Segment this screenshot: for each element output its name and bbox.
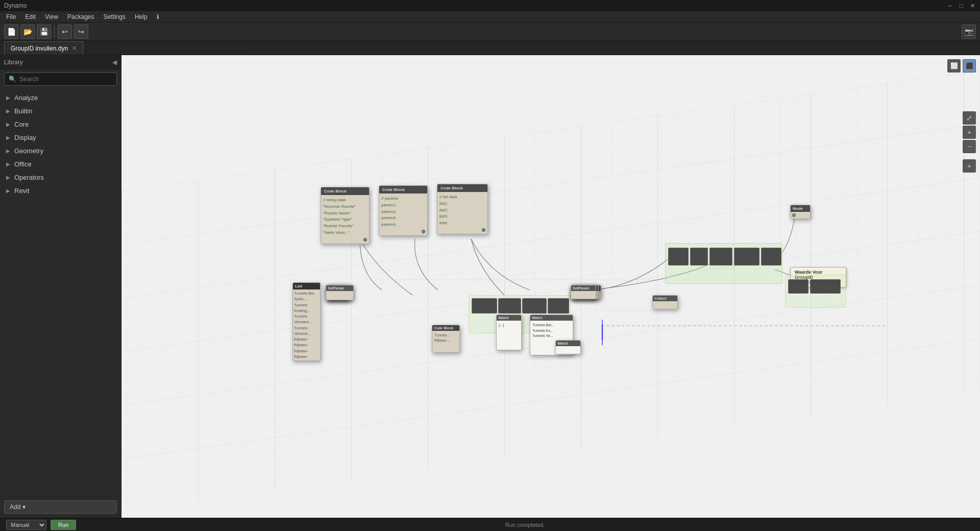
node-body: // string data "Nummer Ruimte" "Ruimte N…: [321, 195, 369, 244]
run-mode-select[interactable]: ManualAutomaticPeriodic: [6, 520, 46, 530]
node-body: Tunnels Bel...Tunnels Ko...Tunnels Ve...: [530, 321, 573, 341]
output-port: [422, 230, 425, 233]
output-port: [363, 238, 367, 242]
library-nav: ▶Analyze▶Builtin▶Core▶Display▶Geometry▶O…: [0, 89, 121, 496]
zoom-out-button[interactable]: −: [963, 140, 976, 153]
node-r4[interactable]: SetParam: [571, 285, 596, 299]
node-header: Code Block: [379, 186, 427, 194]
node-rr1[interactable]: Collect: [652, 295, 678, 309]
node-watch-1[interactable]: Watch {...}: [496, 315, 522, 350]
output-port: [482, 228, 485, 232]
node-watch-right[interactable]: Watch: [555, 340, 581, 354]
menu-item-packages[interactable]: Packages: [63, 12, 99, 21]
node-group-right[interactable]: [785, 275, 846, 308]
node-body: Tunnels ...Rijbaan ...: [432, 331, 459, 345]
open-button[interactable]: 📂: [20, 25, 35, 39]
status-text: Run completed.: [505, 522, 545, 528]
node-body: {...}: [497, 321, 521, 330]
main-area: Library ◀ 🔍 ▶Analyze▶Builtin▶Core▶Displa…: [0, 55, 980, 518]
sidebar-item-label: Builtin: [14, 107, 32, 115]
add-label: Add: [10, 503, 20, 511]
sidebar-item-analyze[interactable]: ▶Analyze: [0, 91, 121, 104]
run-area: ManualAutomaticPeriodic Run: [6, 520, 76, 530]
canvas-grid-svg: [121, 55, 980, 518]
menu-item-file[interactable]: File: [2, 12, 20, 21]
node-header: List: [293, 283, 320, 289]
statusbar: ManualAutomaticPeriodic Run Run complete…: [0, 518, 980, 531]
sidebar-item-revit[interactable]: ▶Revit: [0, 184, 121, 197]
node-group-top[interactable]: [665, 243, 782, 284]
sidebar-item-builtin[interactable]: ▶Builtin: [0, 104, 121, 117]
view-2d-button[interactable]: ⬜: [947, 59, 961, 73]
save-button[interactable]: 💾: [37, 25, 51, 39]
chevron-right-icon: ▶: [6, 161, 11, 167]
node-p4[interactable]: SetParam: [326, 285, 354, 300]
tabbar: GroupID invullen.dyn ✕: [0, 41, 980, 55]
menu-item-help[interactable]: Help: [131, 12, 152, 21]
library-title: Library: [4, 59, 23, 66]
toolbar-separator: [54, 26, 55, 38]
canvas[interactable]: Code Block // string data "Nummer Ruimte…: [121, 55, 980, 518]
sidebar-item-label: Office: [14, 160, 32, 168]
undo-button[interactable]: ↩: [58, 25, 72, 39]
maximize-button[interactable]: □: [958, 2, 965, 9]
menu-item-ℹ[interactable]: ℹ: [153, 12, 163, 21]
new-button[interactable]: 📄: [4, 25, 18, 39]
node-header: Code Block: [321, 187, 369, 195]
run-button[interactable]: Run: [51, 520, 76, 530]
sidebar-item-label: Display: [14, 134, 36, 141]
sidebar-item-label: Core: [14, 120, 29, 128]
node-header: Watch: [556, 341, 580, 346]
search-icon: 🔍: [9, 76, 16, 83]
view-3d-button[interactable]: ⬛: [963, 59, 976, 73]
close-button[interactable]: ✕: [969, 2, 976, 9]
sidebar-item-geometry[interactable]: ▶Geometry: [0, 144, 121, 157]
node-body: // params param1; param2; param3; param4…: [379, 194, 427, 235]
sidebar-item-label: Operators: [14, 174, 44, 181]
node-code-block-3[interactable]: Code Block // list data list1; list2; li…: [437, 184, 488, 234]
search-box[interactable]: 🔍: [4, 73, 117, 86]
more-options-button[interactable]: +: [963, 159, 976, 173]
chevron-right-icon: ▶: [6, 122, 11, 127]
node-header: Code Block: [432, 325, 459, 331]
node-header: Watch: [530, 315, 573, 321]
menubar: FileEditViewPackagesSettingsHelpℹ: [0, 11, 980, 22]
library-collapse-button[interactable]: ◀: [112, 59, 117, 66]
node-body: // list data list1; list2; list3; list4;: [437, 192, 487, 234]
sidebar-item-core[interactable]: ▶Core: [0, 117, 121, 131]
fit-view-button[interactable]: ⤢: [963, 111, 976, 125]
node-small-1[interactable]: Node: [790, 205, 811, 219]
menu-item-settings[interactable]: Settings: [100, 12, 130, 21]
zoom-in-button[interactable]: +: [963, 126, 976, 139]
redo-button[interactable]: ↪: [74, 25, 88, 39]
library-header: Library ◀: [0, 55, 121, 69]
add-arrow-icon: ▾: [22, 503, 26, 511]
canvas-toolbar: ⬜ ⬛: [947, 59, 976, 73]
node-data-list[interactable]: List Tunnels Bel Syste...Tunnels Koeling…: [292, 282, 321, 361]
window-controls: ─ □ ✕: [946, 2, 976, 9]
sidebar-item-operators[interactable]: ▶Operators: [0, 171, 121, 184]
chevron-right-icon: ▶: [6, 175, 11, 180]
node-code-block-2[interactable]: Code Block // params param1; param2; par…: [379, 185, 428, 236]
sidebar-item-label: Geometry: [14, 147, 43, 155]
menu-item-view[interactable]: View: [41, 12, 62, 21]
chevron-right-icon: ▶: [6, 148, 11, 154]
menu-item-edit[interactable]: Edit: [21, 12, 40, 21]
toolbar: 📄 📂 💾 ↩ ↪ 📷: [0, 22, 980, 41]
tab-label: GroupID invullen.dyn: [11, 45, 68, 52]
tab-close-button[interactable]: ✕: [72, 45, 77, 52]
search-input[interactable]: [19, 76, 112, 83]
input-port: [792, 213, 796, 217]
chevron-right-icon: ▶: [6, 135, 11, 140]
sidebar-item-label: Revit: [14, 187, 30, 195]
node-code-block-1[interactable]: Code Block // string data "Nummer Ruimte…: [321, 187, 370, 244]
sidebar: Library ◀ 🔍 ▶Analyze▶Builtin▶Core▶Displa…: [0, 55, 121, 518]
add-button[interactable]: Add ▾: [4, 500, 117, 514]
sidebar-item-label: Analyze: [14, 94, 38, 102]
minimize-button[interactable]: ─: [946, 2, 953, 9]
sidebar-item-office[interactable]: ▶Office: [0, 157, 121, 171]
node-code-bottom[interactable]: Code Block Tunnels ...Rijbaan ...: [432, 325, 460, 353]
sidebar-item-display[interactable]: ▶Display: [0, 131, 121, 144]
camera-button[interactable]: 📷: [962, 25, 976, 39]
tab-groupid[interactable]: GroupID invullen.dyn ✕: [4, 41, 83, 55]
